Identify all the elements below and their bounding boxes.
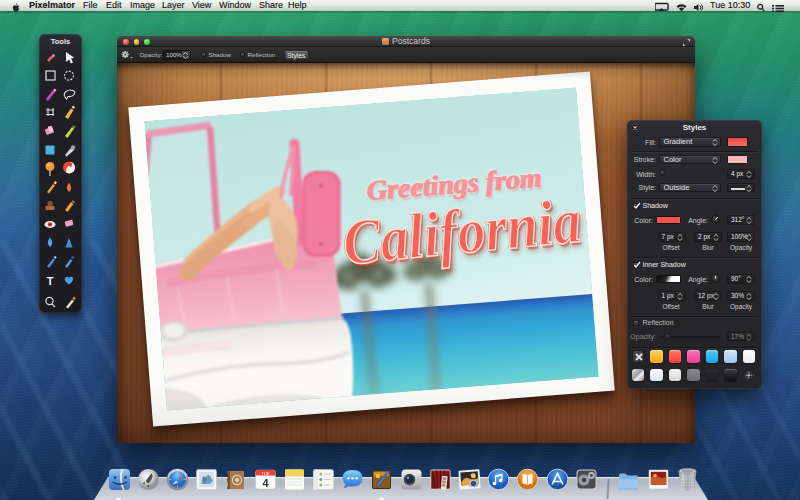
svg-text:4: 4 xyxy=(262,477,269,489)
svg-text:TUE: TUE xyxy=(261,471,269,476)
svg-text:T: T xyxy=(47,275,54,287)
